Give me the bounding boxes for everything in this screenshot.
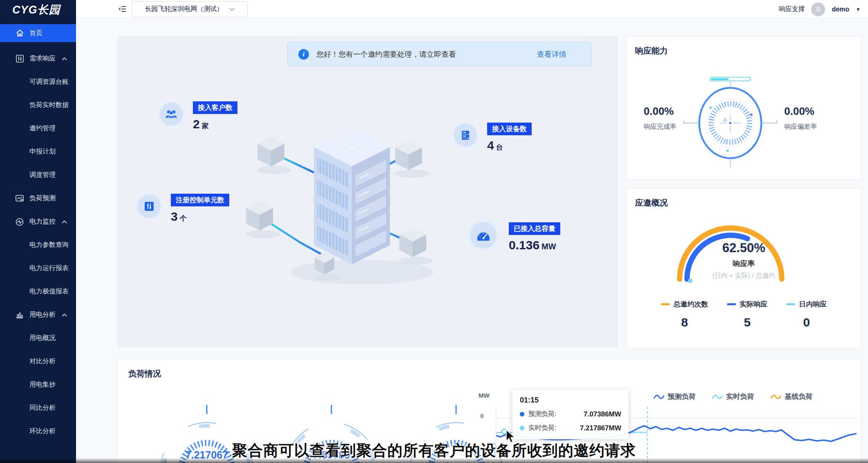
cube-bottom-right: [399, 228, 426, 257]
username[interactable]: demo: [832, 6, 849, 13]
sidebar-item-realtime-load-data[interactable]: 负荷实时数据: [0, 94, 76, 117]
stat-value: 2: [193, 117, 200, 131]
response-rate-value: 62.50%: [626, 241, 861, 255]
legend-total-invitations: 总邀约次数 8: [661, 300, 708, 329]
sidebar-item-electricity-overview[interactable]: 用电概况: [0, 327, 76, 350]
control-unit-icon: [136, 194, 162, 219]
tooltip-row-forecast: 预测负荷: 7.07386MW: [520, 410, 621, 418]
deviation-rate-label: 响应偏差率: [784, 123, 846, 131]
stat-customers: 接入客户数 2家: [159, 101, 237, 131]
sidebar: CYG长园 首页 需求响应 可调资源台账 负荷实时数据 邀约管理 申报计划: [0, 0, 76, 463]
users-icon: [159, 101, 184, 127]
tooltip-label: 实时负荷:: [528, 424, 556, 432]
trend-icon: [16, 195, 24, 203]
sidebar-item-power-operation-report[interactable]: 电力运行报表: [0, 257, 76, 280]
wave-icon: [770, 394, 781, 400]
legend-label: 实时负荷: [726, 392, 754, 401]
home-icon: [16, 29, 24, 37]
sidebar-item-meter-reading[interactable]: 用电集抄: [0, 373, 76, 396]
topbar-right: 响应支撑 demo ▼: [779, 0, 861, 18]
caret-down-icon[interactable]: ▼: [856, 7, 861, 12]
legend-value: 8: [681, 315, 688, 329]
sidebar-item-invitation-management[interactable]: 邀约管理: [0, 117, 76, 140]
legend-swatch: [786, 303, 795, 305]
stat-unit: 台: [496, 143, 503, 151]
y-axis-tick: 8: [480, 412, 483, 419]
completion-rate-value: 0.00%: [644, 105, 705, 118]
legend-value: 0: [803, 315, 810, 329]
avatar[interactable]: [811, 2, 825, 16]
deviation-rate-value: 0.00%: [784, 105, 846, 118]
stat-value: 3: [171, 210, 178, 223]
legend-label: 总邀约次数: [673, 300, 708, 309]
server-icon: [453, 123, 478, 148]
stat-label: 接入客户数: [193, 101, 237, 114]
wave-icon: [653, 394, 664, 400]
stat-control-units: 注册控制单元数 3个: [136, 194, 229, 224]
sidebar-item-adjustable-resources[interactable]: 可调资源台账: [0, 70, 76, 94]
stat-label: 注册控制单元数: [171, 194, 229, 206]
sidebar-item-power-extreme-report[interactable]: 电力极值报表: [0, 280, 76, 303]
dot-icon: [520, 426, 524, 430]
response-capability-panel: 响应能力 0.00% 响应完成率: [626, 36, 861, 180]
response-rate-label: 响应率: [626, 259, 861, 268]
sidebar-item-load-forecast[interactable]: 负荷预测: [0, 187, 76, 210]
sidebar-nav: 首页 需求响应 可调资源台账 负荷实时数据 邀约管理 申报计划 调度管理 负荷: [0, 24, 76, 443]
tooltip-label: 预测负荷:: [528, 410, 556, 418]
tooltip-time: 01:15: [520, 396, 621, 405]
tooltip-value: 7.07386MW: [584, 410, 621, 418]
sidebar-item-power-parameter-query[interactable]: 电力参数查询: [0, 233, 76, 257]
stat-total-capacity: 已接入总容量 0.136MW: [468, 220, 560, 252]
app-logo: CYG长园: [12, 2, 60, 17]
invitation-legend: 总邀约次数 8 实际响应 5 日内响应 0: [626, 300, 861, 329]
sidebar-item-demand-response[interactable]: 需求响应: [0, 47, 76, 70]
chevron-down-icon: [229, 8, 235, 11]
stat-label: 已接入总容量: [509, 222, 560, 235]
legend-label: 基线负荷: [785, 392, 812, 401]
cube-mid-left: [246, 201, 273, 230]
load-chart-legend: 预测负荷 实时负荷 基线负荷: [653, 392, 812, 401]
y-axis-unit: MW: [479, 392, 490, 399]
legend-value: 5: [744, 315, 751, 329]
chevron-up-icon[interactable]: [62, 57, 67, 60]
banner-message: 您好！您有一个邀约需要处理，请立即查看: [316, 49, 456, 59]
legend-label: 预测负荷: [668, 392, 696, 401]
sliders-icon: [16, 55, 24, 63]
sidebar-item-electricity-analysis[interactable]: 用电分析: [0, 303, 76, 327]
topbar: 长园飞轮深圳电网（测试） 响应支撑 demo ▼: [76, 0, 868, 18]
stat-devices: 接入设备数 4台: [453, 123, 532, 152]
collapse-sidebar-icon[interactable]: [118, 4, 127, 13]
legend-swatch: [661, 303, 670, 305]
stat-unit: 家: [202, 122, 209, 130]
bottom-fade: [0, 458, 868, 463]
stat-unit: 个: [180, 215, 187, 222]
sidebar-item-declaration-plan[interactable]: 申报计划: [0, 140, 76, 163]
user-icon: [814, 6, 822, 13]
cube-top-left: [257, 137, 284, 166]
chevron-up-icon[interactable]: [62, 313, 67, 317]
sidebar-item-yoy-analysis[interactable]: 同比分析: [0, 396, 76, 420]
wave-icon: [712, 394, 723, 400]
bar-chart-icon: [16, 311, 24, 319]
org-selector-dropdown[interactable]: 长园飞轮深圳电网（测试）: [132, 1, 248, 17]
chevron-up-icon[interactable]: [62, 220, 67, 224]
sidebar-item-comparison-analysis[interactable]: 对比分析: [0, 350, 76, 373]
stat-label: 接入设备数: [487, 123, 532, 135]
stat-value: 4: [487, 139, 494, 152]
legend-baseline-load[interactable]: 基线负荷: [770, 392, 812, 401]
legend-realtime-load[interactable]: 实时负荷: [712, 392, 754, 401]
sidebar-item-dispatch-management[interactable]: 调度管理: [0, 163, 76, 187]
tooltip-value: 7.217867MW: [580, 424, 621, 432]
legend-swatch: [727, 303, 736, 305]
view-details-link[interactable]: 查看详情: [537, 49, 566, 59]
sidebar-item-power-monitoring[interactable]: 电力监控: [0, 210, 76, 233]
stat-value: 0.136: [509, 238, 539, 252]
tooltip-row-realtime: 实时负荷: 7.217867MW: [520, 424, 621, 432]
support-link[interactable]: 响应支撑: [779, 5, 805, 13]
overview-hero-panel: i 您好！您有一个邀约需要处理，请立即查看 查看详情 接入客户数 2家: [117, 36, 618, 347]
info-icon: i: [298, 49, 309, 60]
sidebar-item-mom-analysis[interactable]: 环比分析: [0, 420, 76, 443]
sidebar-item-home[interactable]: 首页: [0, 24, 76, 42]
completion-rate-label: 响应完成率: [644, 123, 705, 131]
legend-forecast-load[interactable]: 预测负荷: [653, 392, 696, 401]
